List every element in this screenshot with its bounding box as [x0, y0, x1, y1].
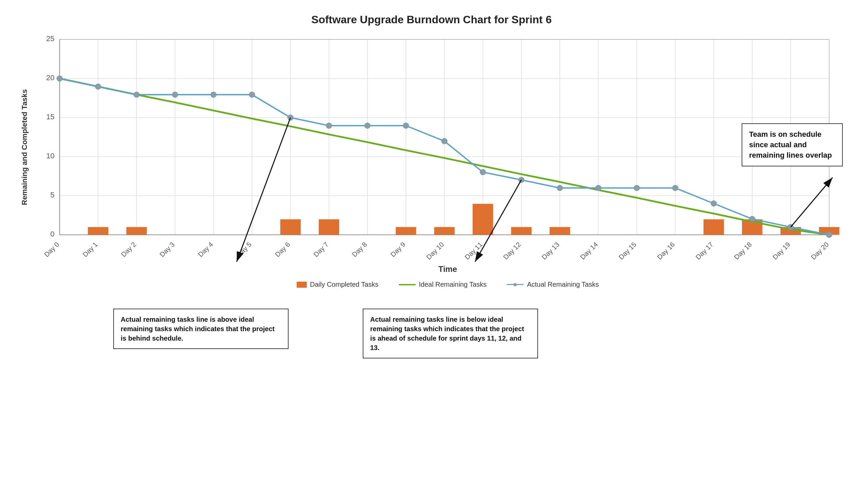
svg-text:Day 10: Day 10 — [425, 241, 445, 261]
svg-rect-67 — [703, 219, 724, 235]
legend-bar-icon — [297, 282, 307, 288]
svg-text:0: 0 — [50, 230, 54, 238]
svg-point-89 — [749, 216, 755, 222]
svg-text:25: 25 — [46, 34, 54, 43]
svg-point-79 — [365, 123, 370, 128]
svg-point-71 — [57, 76, 62, 81]
y-axis-label: Remaining and Completed Tasks — [20, 33, 29, 262]
svg-rect-66 — [550, 227, 570, 235]
svg-text:Day 6: Day 6 — [274, 241, 291, 258]
svg-point-84 — [557, 185, 563, 191]
svg-text:5: 5 — [50, 191, 54, 199]
svg-rect-65 — [511, 227, 531, 235]
svg-text:Day 2: Day 2 — [120, 241, 138, 258]
svg-point-85 — [596, 185, 601, 191]
svg-text:Day 9: Day 9 — [389, 241, 407, 258]
svg-text:Day 14: Day 14 — [579, 241, 599, 261]
legend-ideal-label: Ideal Remaining Tasks — [419, 281, 487, 288]
legend-actual-item: Actual Remaining Tasks — [507, 281, 599, 288]
svg-point-78 — [326, 123, 332, 128]
svg-rect-62 — [396, 227, 416, 235]
legend-bar-label: Daily Completed Tasks — [310, 281, 378, 288]
legend-bar-item: Daily Completed Tasks — [297, 281, 378, 288]
svg-point-76 — [249, 92, 254, 98]
svg-text:Day 4: Day 4 — [197, 241, 214, 258]
svg-rect-64 — [473, 204, 493, 235]
svg-text:Day 7: Day 7 — [312, 241, 330, 258]
svg-text:Day 12: Day 12 — [502, 241, 522, 261]
svg-rect-60 — [280, 219, 301, 235]
svg-line-94 — [790, 178, 832, 227]
svg-text:Day 15: Day 15 — [617, 241, 638, 261]
legend-ideal-icon — [399, 284, 416, 285]
annotations-area: Actual remaining tasks line is above ide… — [53, 298, 843, 393]
svg-rect-63 — [434, 227, 455, 235]
svg-point-87 — [673, 185, 678, 191]
svg-point-75 — [211, 92, 216, 98]
svg-text:15: 15 — [46, 113, 54, 121]
annotation-box-3: Team is on schedule since actual and rem… — [742, 123, 843, 166]
legend-ideal-item: Ideal Remaining Tasks — [399, 281, 487, 288]
svg-point-74 — [172, 92, 178, 98]
svg-text:Day 19: Day 19 — [771, 241, 791, 261]
x-axis-label: Time — [53, 264, 843, 274]
svg-point-86 — [634, 185, 639, 191]
legend: Daily Completed Tasks Ideal Remaining Ta… — [53, 281, 843, 288]
svg-point-88 — [711, 201, 716, 206]
svg-rect-59 — [126, 227, 147, 235]
page-container: Software Upgrade Burndown Chart for Spri… — [0, 0, 863, 504]
chart-inner: 25 20 15 10 5 0 — [32, 33, 843, 393]
chart-area: Remaining and Completed Tasks 25 — [20, 33, 843, 393]
svg-line-92 — [237, 118, 291, 262]
svg-text:Day 18: Day 18 — [733, 241, 753, 261]
svg-point-91 — [827, 232, 832, 237]
svg-rect-58 — [88, 227, 109, 235]
burndown-chart-svg: 25 20 15 10 5 0 — [32, 33, 843, 262]
svg-text:Day 8: Day 8 — [351, 241, 368, 258]
annotation-box-2: Actual remaining tasks line is below ide… — [363, 309, 538, 359]
svg-text:Day 0: Day 0 — [43, 241, 61, 258]
svg-point-81 — [442, 139, 447, 144]
svg-text:Day 20: Day 20 — [810, 241, 830, 261]
chart-svg-container: 25 20 15 10 5 0 — [32, 33, 843, 262]
chart-title: Software Upgrade Burndown Chart for Spri… — [20, 13, 843, 26]
svg-text:Day 17: Day 17 — [694, 241, 715, 261]
svg-point-82 — [480, 169, 486, 175]
svg-point-80 — [403, 123, 409, 128]
svg-point-73 — [134, 92, 139, 98]
svg-text:Day 3: Day 3 — [158, 241, 176, 258]
svg-text:10: 10 — [46, 152, 54, 160]
svg-point-72 — [96, 84, 101, 89]
svg-text:Day 13: Day 13 — [540, 241, 561, 261]
svg-text:Day 1: Day 1 — [81, 241, 99, 258]
svg-rect-61 — [318, 219, 339, 235]
svg-text:Day 16: Day 16 — [656, 241, 676, 261]
legend-actual-icon — [507, 284, 524, 285]
annotation-box-1: Actual remaining tasks line is above ide… — [113, 309, 289, 349]
svg-text:20: 20 — [46, 74, 54, 82]
legend-actual-label: Actual Remaining Tasks — [527, 281, 599, 288]
